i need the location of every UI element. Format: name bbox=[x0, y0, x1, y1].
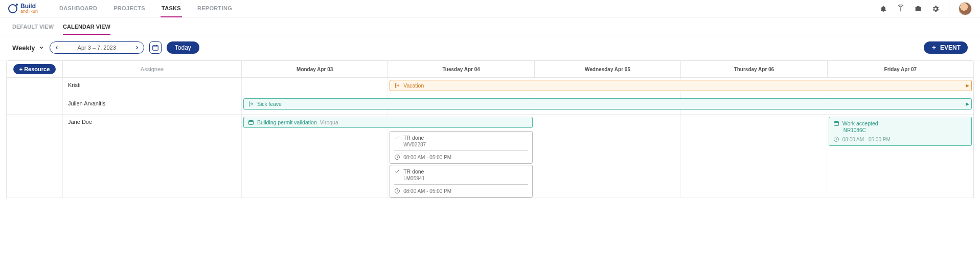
calendar-picker-button[interactable] bbox=[149, 41, 162, 54]
permit-event[interactable]: Building permit validation Viroqua bbox=[243, 117, 533, 128]
calendar-row: KristiVacation▶ bbox=[7, 78, 973, 96]
calendar-toolbar: Weekly Apr 3 – 7, 2023 Today EVENT bbox=[0, 35, 980, 60]
task-time: 08:00 AM - 05:00 PM bbox=[403, 155, 451, 160]
row-spacer bbox=[7, 96, 63, 114]
nav-reporting[interactable]: REPORTING bbox=[196, 0, 233, 17]
subtab-calendar-view[interactable]: CALENDAR VIEW bbox=[63, 24, 110, 35]
date-range-label: Apr 3 – 7, 2023 bbox=[63, 45, 130, 51]
main-nav: DASHBOARD PROJECTS TASKS REPORTING bbox=[58, 0, 233, 17]
task-card[interactable]: TR doneLM0594108:00 AM - 05:00 PM bbox=[390, 165, 533, 198]
clock-icon bbox=[833, 136, 839, 142]
continue-arrow-icon: ▶ bbox=[966, 83, 969, 88]
task-ref: WV02287 bbox=[394, 142, 528, 147]
day-header: Tuesday Apr 04 bbox=[388, 61, 534, 77]
logo-line2: and Run bbox=[20, 9, 38, 14]
chevron-down-icon bbox=[38, 45, 44, 51]
subtab-default-view[interactable]: DEFAULT VIEW bbox=[12, 24, 54, 35]
day-header: Wednesday Apr 05 bbox=[535, 61, 681, 77]
timeline: Sick leave▶ bbox=[242, 96, 973, 114]
task-ref: LM05941 bbox=[394, 176, 528, 181]
sick-event[interactable]: Sick leave▶ bbox=[243, 98, 972, 110]
events-layer: Vacation▶ bbox=[242, 78, 973, 96]
task-title: TR done bbox=[403, 135, 424, 141]
nav-dashboard[interactable]: DASHBOARD bbox=[58, 0, 98, 17]
nav-projects[interactable]: PROJECTS bbox=[112, 0, 146, 17]
event-sublabel: Viroqua bbox=[320, 119, 338, 125]
events-layer: Building permit validation ViroquaTR don… bbox=[242, 115, 973, 198]
task-separator bbox=[394, 184, 528, 185]
vacation-event[interactable]: Vacation▶ bbox=[390, 80, 972, 91]
event-ref: NR1086C bbox=[833, 127, 967, 133]
plus-icon bbox=[931, 45, 937, 51]
calendar-icon bbox=[152, 44, 159, 51]
date-range-nav: Apr 3 – 7, 2023 bbox=[50, 41, 144, 54]
event-label: Vacation bbox=[403, 82, 424, 89]
task-title: TR done bbox=[403, 168, 424, 175]
check-icon bbox=[394, 168, 400, 175]
day-header: Monday Apr 03 bbox=[242, 61, 388, 77]
view-mode-label: Weekly bbox=[12, 44, 35, 52]
logo-mark-icon bbox=[8, 4, 17, 13]
svg-rect-4 bbox=[834, 122, 838, 126]
calendar-body: KristiVacation▶Julien ArvanitisSick leav… bbox=[6, 78, 974, 198]
chevron-right-icon bbox=[134, 45, 140, 50]
task-card[interactable]: TR doneWV0228708:00 AM - 05:00 PM bbox=[390, 131, 533, 164]
exit-icon bbox=[248, 101, 254, 107]
chevron-left-icon bbox=[54, 45, 59, 50]
logo-text: Build and Run bbox=[20, 3, 38, 14]
nav-tasks[interactable]: TASKS bbox=[161, 0, 182, 17]
today-button[interactable]: Today bbox=[167, 41, 199, 54]
topbar: Build and Run DASHBOARD PROJECTS TASKS R… bbox=[0, 0, 980, 17]
subnav: DEFAULT VIEW CALENDAR VIEW bbox=[0, 17, 980, 35]
work-event[interactable]: Work acceptedNR1086C08:00 AM - 05:00 PM bbox=[829, 117, 972, 146]
briefcase-icon[interactable] bbox=[914, 5, 922, 13]
assignee-header-cell: Assignee bbox=[63, 61, 242, 77]
check-icon bbox=[394, 135, 400, 141]
topbar-divider bbox=[949, 3, 949, 14]
assignee-cell: Kristi bbox=[63, 78, 242, 96]
event-label: Building permit validation bbox=[257, 119, 317, 125]
continue-arrow-icon: ▶ bbox=[966, 101, 969, 106]
bell-icon[interactable] bbox=[879, 5, 887, 13]
timeline: Vacation▶ bbox=[242, 78, 973, 96]
calendar-row: Jane DoeBuilding permit validation Viroq… bbox=[7, 115, 973, 198]
calendar-small-icon bbox=[833, 120, 839, 126]
antenna-icon[interactable] bbox=[897, 5, 905, 13]
event-time: 08:00 AM - 05:00 PM bbox=[842, 137, 891, 142]
add-resource-button[interactable]: + Resource bbox=[13, 64, 56, 74]
clock-icon bbox=[394, 188, 400, 194]
add-event-label: EVENT bbox=[940, 44, 961, 51]
brand-logo[interactable]: Build and Run bbox=[8, 3, 38, 14]
day-headers: Monday Apr 03Tuesday Apr 04Wednesday Apr… bbox=[242, 61, 973, 77]
topbar-right bbox=[879, 2, 972, 15]
calendar-row: Julien ArvanitisSick leave▶ bbox=[7, 96, 973, 115]
day-header: Thursday Apr 06 bbox=[681, 61, 827, 77]
exit-icon bbox=[394, 82, 400, 89]
timeline: Building permit validation ViroquaTR don… bbox=[242, 115, 973, 198]
calendar-header-row: + Resource Assignee Monday Apr 03Tuesday… bbox=[6, 60, 974, 78]
gear-icon[interactable] bbox=[931, 5, 940, 13]
day-header: Friday Apr 07 bbox=[828, 61, 973, 77]
task-time: 08:00 AM - 05:00 PM bbox=[403, 188, 451, 194]
calendar-grid: + Resource Assignee Monday Apr 03Tuesday… bbox=[0, 60, 980, 208]
svg-rect-0 bbox=[153, 46, 158, 50]
resource-header-cell: + Resource bbox=[7, 61, 63, 77]
add-event-button[interactable]: EVENT bbox=[924, 41, 968, 54]
user-avatar[interactable] bbox=[959, 2, 972, 15]
calendar-small-icon bbox=[248, 119, 254, 125]
row-spacer bbox=[7, 78, 63, 96]
assignee-cell: Jane Doe bbox=[63, 115, 242, 198]
events-layer: Sick leave▶ bbox=[242, 96, 973, 114]
view-mode-dropdown[interactable]: Weekly bbox=[12, 44, 44, 52]
event-label: Work accepted bbox=[842, 120, 878, 126]
next-range-button[interactable] bbox=[130, 42, 144, 53]
clock-icon bbox=[394, 154, 400, 160]
task-separator bbox=[394, 150, 528, 151]
event-label: Sick leave bbox=[257, 101, 282, 107]
svg-rect-1 bbox=[249, 121, 254, 125]
prev-range-button[interactable] bbox=[50, 42, 63, 53]
row-spacer bbox=[7, 115, 63, 198]
assignee-cell: Julien Arvanitis bbox=[63, 96, 242, 114]
